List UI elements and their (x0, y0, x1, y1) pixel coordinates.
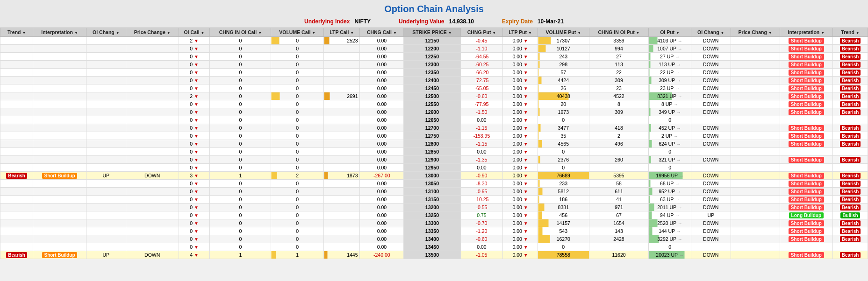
cell-price-chg-left (126, 116, 179, 124)
cell-chng-call: 0.00 (360, 180, 404, 188)
cell-oi-call: 0 ▼ (179, 235, 210, 243)
cell-ltp-put: 0.00 ▼ (503, 180, 538, 188)
cell-vol-call: 0 (271, 45, 324, 53)
cell-interp-right: Short Buildup (780, 37, 833, 45)
cell-ltp-put: 0.00 ▼ (503, 100, 538, 108)
cell-ltp-put: 0.00 ▼ (503, 53, 538, 61)
cell-chng-oi-put: 67 (589, 211, 649, 219)
cell-vol-put: 57 (538, 69, 589, 77)
cell-price-chg-left (126, 61, 179, 69)
cell-ltp-put: 0.00 ▼ (503, 116, 538, 124)
cell-vol-put: 298 (538, 61, 589, 69)
col-header-ltp-put[interactable]: LTP Put ▼ (503, 28, 538, 37)
cell-chng-call: 0.00 (360, 100, 404, 108)
col-header-chng-oi-call[interactable]: CHNG IN OI Call ▼ (210, 28, 271, 37)
cell-price-chg-left (126, 100, 179, 108)
cell-chng-oi-put: 3359 (589, 37, 649, 45)
cell-interp-right (780, 164, 833, 172)
cell-chng-oi-call: 0 (210, 140, 271, 148)
cell-oi-put: 2520 UP → (649, 219, 691, 227)
cell-chng-put: -0.95 (460, 188, 503, 196)
col-header-oi-chg-l[interactable]: OI Chang ▼ (86, 28, 126, 37)
cell-interp-left (33, 108, 86, 116)
cell-interp-left (33, 148, 86, 156)
cell-interp-left (33, 116, 86, 124)
cell-chng-put: 0.00 (460, 243, 503, 251)
col-header-interp-r[interactable]: Interpretation ▼ (780, 28, 833, 37)
cell-oi-chg-left (86, 180, 126, 188)
col-header-interp-l[interactable]: Interpretation ▼ (33, 28, 86, 37)
col-header-price-chg-r[interactable]: Price Chang ▼ (731, 28, 780, 37)
cell-chng-put: 0.75 (460, 211, 503, 219)
cell-trend-right: Bearish (833, 204, 868, 211)
col-header-vol-put[interactable]: VOLUME Put ▼ (538, 28, 589, 37)
cell-interp-right: Short Buildup (780, 45, 833, 53)
col-header-oi-call[interactable]: OI Call ▼ (179, 28, 210, 37)
cell-oi-put: 624 UP → (649, 140, 691, 148)
cell-strike-price: 12350 (404, 69, 460, 77)
col-header-trend-l[interactable]: Trend ▼ (0, 28, 33, 37)
cell-interp-left: Short Buildup (33, 172, 86, 180)
cell-chng-oi-call: 0 (210, 164, 271, 172)
cell-strike-price: 13250 (404, 211, 460, 219)
table-row: 0 ▼000.0012800-1.150.00 ▼4565496624 UP →… (0, 140, 868, 148)
cell-oi-chg-right: DOWN (691, 132, 731, 140)
cell-chng-oi-put: 4522 (589, 92, 649, 100)
cell-oi-chg-left (86, 235, 126, 243)
col-header-chng-call[interactable]: CHNG Call ▼ (360, 28, 404, 37)
cell-price-chg-right (731, 148, 780, 156)
cell-oi-call: 4 ▼ (179, 251, 210, 259)
page-title: Option Chain Analysis (0, 0, 868, 16)
cell-oi-put: 0 (649, 148, 691, 156)
cell-price-chg-left (126, 124, 179, 132)
cell-chng-put: -1.50 (460, 108, 503, 116)
cell-chng-oi-put: 2 (589, 132, 649, 140)
cell-interp-right: Short Buildup (780, 124, 833, 132)
cell-trend-right: Bearish (833, 188, 868, 196)
cell-oi-call: 0 ▼ (179, 180, 210, 188)
cell-interp-left (33, 124, 86, 132)
col-header-price-chg-l[interactable]: Price Change ▼ (126, 28, 179, 37)
cell-chng-oi-put: 143 (589, 227, 649, 235)
col-header-chng-put[interactable]: CHNG Put ▼ (460, 28, 503, 37)
cell-price-chg-right (731, 116, 780, 124)
cell-oi-call: 0 ▼ (179, 211, 210, 219)
cell-interp-left (33, 219, 86, 227)
cell-trend-right: Bearish (833, 140, 868, 148)
cell-trend-right (833, 148, 868, 156)
cell-ltp-call (324, 243, 360, 251)
col-header-strike[interactable]: STRIKE PRICE ▼ (404, 28, 460, 37)
cell-oi-call: 0 ▼ (179, 196, 210, 204)
col-header-ltp-call[interactable]: LTP Call ▼ (324, 28, 360, 37)
col-header-oi-put[interactable]: OI Put ▼ (649, 28, 691, 37)
table-row: 0 ▼000.0012250-64.550.00 ▼2432727 UP →DO… (0, 53, 868, 61)
cell-ltp-call: 1445 (324, 251, 360, 259)
col-header-oi-chg-r[interactable]: OI Chang ▼ (691, 28, 731, 37)
cell-chng-call: 0.00 (360, 219, 404, 227)
cell-strike-price: 13300 (404, 219, 460, 227)
cell-chng-call: 0.00 (360, 243, 404, 251)
cell-oi-chg-left (86, 148, 126, 156)
table-row: 0 ▼000.0013300-0.700.00 ▼1415716542520 U… (0, 219, 868, 227)
cell-vol-put: 17307 (538, 37, 589, 45)
cell-chng-oi-call: 0 (210, 188, 271, 196)
cell-price-chg-left (126, 108, 179, 116)
cell-chng-put: -10.25 (460, 196, 503, 204)
col-header-vol-call[interactable]: VOLUME Call ▼ (271, 28, 324, 37)
cell-vol-call: 0 (271, 227, 324, 235)
cell-price-chg-right (731, 156, 780, 164)
cell-chng-oi-call: 0 (210, 45, 271, 53)
cell-strike-price: 12250 (404, 53, 460, 61)
table-row: 0 ▼000.00132500.750.00 ▼4566794 UP →UPLo… (0, 211, 868, 219)
cell-chng-put: -153.95 (460, 132, 503, 140)
cell-oi-chg-right (691, 243, 731, 251)
cell-price-chg-left (126, 164, 179, 172)
table-row: 0 ▼000.0012900-1.350.00 ▼2376260321 UP →… (0, 156, 868, 164)
cell-oi-put: 952 UP → (649, 188, 691, 196)
cell-trend-right: Bearish (833, 219, 868, 227)
col-header-trend-r[interactable]: Trend ▼ (833, 28, 868, 37)
cell-strike-price: 13450 (404, 243, 460, 251)
col-header-chng-oi-put[interactable]: CHNG IN OI Put ▼ (589, 28, 649, 37)
cell-trend-right: Bearish (833, 45, 868, 53)
cell-oi-put: 349 UP → (649, 108, 691, 116)
